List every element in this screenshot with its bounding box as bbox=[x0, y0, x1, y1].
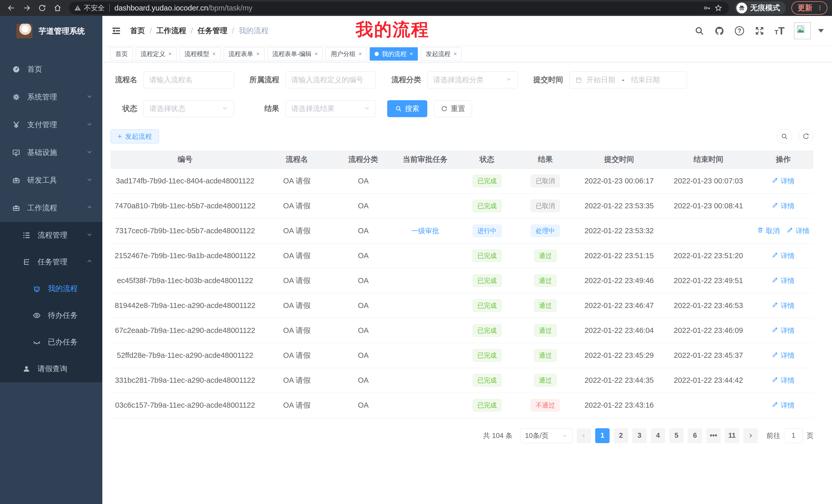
next-page-button[interactable] bbox=[743, 428, 758, 443]
status-select[interactable]: 请选择状态 bbox=[144, 100, 234, 117]
app-logo[interactable]: 芋道管理系统 bbox=[0, 16, 102, 46]
breadcrumb-home[interactable]: 首页 bbox=[130, 26, 145, 36]
cell-submit-time: 2022-01-22 23:45:29 bbox=[574, 343, 664, 368]
sidebar-item-0[interactable]: 首页 bbox=[0, 55, 102, 83]
github-icon[interactable] bbox=[714, 25, 725, 36]
tab-close-icon[interactable]: × bbox=[168, 51, 172, 57]
browser-update-button[interactable]: 更新 bbox=[791, 1, 827, 15]
detail-action-link[interactable]: 详情 bbox=[787, 226, 809, 235]
sidebar-item-6[interactable]: 流程管理 bbox=[0, 222, 102, 249]
edit-icon bbox=[772, 376, 779, 385]
result-badge: 已取消 bbox=[531, 200, 560, 212]
detail-action-link[interactable]: 详情 bbox=[772, 301, 795, 310]
bookmark-star-icon[interactable] bbox=[713, 4, 724, 12]
tab-close-icon[interactable]: × bbox=[358, 51, 362, 57]
not-secure-warning-icon[interactable]: 不安全 bbox=[74, 3, 105, 12]
tab-2[interactable]: 流程模型× bbox=[180, 47, 220, 61]
cell-id: 52ffd28e-7b9a-11ec-a290-acde48001122 bbox=[110, 343, 260, 368]
red-annotation: 我的流程 bbox=[356, 18, 430, 41]
detail-action-link[interactable]: 详情 bbox=[772, 326, 795, 335]
page-button-3[interactable]: 3 bbox=[632, 428, 647, 443]
page-button-1-active[interactable]: 1 bbox=[595, 428, 609, 443]
sidebar-collapse-icon[interactable] bbox=[110, 25, 122, 36]
search-button[interactable]: 搜索 bbox=[387, 100, 427, 117]
detail-action-link[interactable]: 详情 bbox=[772, 351, 795, 360]
submit-time-range-input[interactable]: 开始日期 - 结束日期 bbox=[569, 72, 687, 88]
sidebar-item-10[interactable]: 已办任务 bbox=[0, 329, 102, 356]
prev-page-button[interactable] bbox=[577, 428, 591, 443]
header-search-icon[interactable] bbox=[694, 25, 705, 36]
tab-6-active[interactable]: 我的流程× bbox=[370, 47, 418, 61]
cell-submit-time: 2022-01-22 23:51:15 bbox=[574, 243, 664, 268]
help-icon[interactable]: ? bbox=[734, 25, 745, 36]
result-select[interactable]: 请选择流结果 bbox=[285, 100, 376, 117]
sidebar-item-7[interactable]: 任务管理 bbox=[0, 249, 102, 275]
page-button-5[interactable]: 5 bbox=[669, 428, 684, 443]
sidebar-item-8-active[interactable]: 我的流程 bbox=[0, 275, 102, 302]
refresh-table-button[interactable] bbox=[799, 129, 813, 144]
tab-label: 流程表单-编辑 bbox=[272, 50, 312, 58]
detail-action-link[interactable]: 详情 bbox=[772, 276, 795, 285]
process-name-input[interactable]: 请输入流程名 bbox=[144, 72, 234, 88]
cell-end-time: 2022-01-22 23:44:42 bbox=[664, 368, 753, 393]
tab-0[interactable]: 首页 bbox=[110, 47, 133, 61]
sidebar-item-2[interactable]: 支付管理 bbox=[0, 111, 102, 139]
breadcrumb-workflow[interactable]: 工作流程 bbox=[156, 26, 186, 36]
tab-5[interactable]: 用户分组× bbox=[326, 47, 367, 61]
update-label: 更新 bbox=[798, 3, 812, 13]
cell-id: 03c6c157-7b9a-11ec-a290-acde48001122 bbox=[110, 393, 260, 418]
tab-close-icon[interactable]: × bbox=[256, 51, 260, 57]
tab-close-icon[interactable]: × bbox=[315, 51, 318, 57]
page-button-2[interactable]: 2 bbox=[614, 428, 628, 443]
active-tab-dot bbox=[374, 52, 379, 56]
current-task-link[interactable]: 一级审批 bbox=[411, 226, 439, 235]
fullscreen-icon[interactable] bbox=[754, 25, 765, 36]
page-button-4[interactable]: 4 bbox=[651, 428, 665, 443]
detail-action-link[interactable]: 详情 bbox=[772, 251, 795, 260]
detail-action-link[interactable]: 详情 bbox=[772, 176, 795, 186]
tab-7[interactable]: 发起流程× bbox=[421, 47, 462, 61]
home-icon[interactable] bbox=[51, 1, 64, 15]
page-button-11[interactable]: 11 bbox=[725, 428, 739, 443]
reload-icon[interactable] bbox=[35, 1, 49, 15]
action-label: 详情 bbox=[781, 326, 795, 335]
font-size-icon[interactable]: TT bbox=[774, 25, 785, 36]
tab-3[interactable]: 流程表单× bbox=[224, 47, 265, 61]
more-pages-button[interactable]: ••• bbox=[706, 428, 721, 443]
goto-page-input[interactable]: 1 bbox=[784, 428, 803, 443]
tab-4[interactable]: 流程表单-编辑× bbox=[268, 47, 323, 61]
tab-1[interactable]: 流程定义× bbox=[136, 47, 177, 61]
reset-button[interactable]: 重置 bbox=[434, 100, 472, 117]
sidebar-item-1[interactable]: 系统管理 bbox=[0, 83, 102, 111]
avatar[interactable] bbox=[794, 22, 811, 39]
cell-category: OA bbox=[334, 218, 392, 243]
sidebar-item-5[interactable]: 工作流程 bbox=[0, 194, 102, 222]
sidebar-item-3[interactable]: 基础设施 bbox=[0, 139, 102, 166]
gear-icon bbox=[12, 93, 21, 102]
status-badge: 进行中 bbox=[473, 225, 502, 237]
address-bar[interactable]: 不安全 dashboard.yudao.iocoder.cn/bpm/task/… bbox=[69, 2, 729, 15]
forward-icon[interactable] bbox=[20, 1, 33, 15]
breadcrumb-task-mgmt[interactable]: 任务管理 bbox=[198, 26, 227, 36]
tab-close-icon[interactable]: × bbox=[453, 51, 457, 57]
sidebar-item-11[interactable]: 请假查询 bbox=[0, 356, 102, 382]
key-icon[interactable] bbox=[701, 4, 713, 12]
process-def-input[interactable]: 请输入流程定义的编号 bbox=[285, 72, 376, 88]
back-icon[interactable] bbox=[5, 1, 18, 15]
edit-icon bbox=[787, 227, 794, 235]
avatar-caret-icon[interactable] bbox=[818, 29, 824, 33]
detail-action-link[interactable]: 详情 bbox=[772, 401, 795, 410]
cancel-action-link[interactable]: 取消 bbox=[757, 226, 780, 235]
tab-close-icon[interactable]: × bbox=[212, 51, 216, 57]
sidebar-item-9[interactable]: 待办任务 bbox=[0, 302, 102, 329]
page-button-6[interactable]: 6 bbox=[688, 428, 702, 443]
create-process-button[interactable]: + 发起流程 bbox=[110, 130, 159, 143]
detail-action-link[interactable]: 详情 bbox=[772, 376, 795, 385]
show-search-button[interactable] bbox=[777, 129, 792, 144]
page-size-select[interactable]: 10条/页 bbox=[520, 428, 573, 443]
sidebar-item-4[interactable]: 研发工具 bbox=[0, 166, 102, 194]
detail-action-link[interactable]: 详情 bbox=[772, 201, 795, 211]
tab-close-icon[interactable]: × bbox=[410, 51, 413, 57]
category-select[interactable]: 请选择流程分类 bbox=[427, 72, 518, 88]
incognito-icon bbox=[736, 3, 747, 13]
